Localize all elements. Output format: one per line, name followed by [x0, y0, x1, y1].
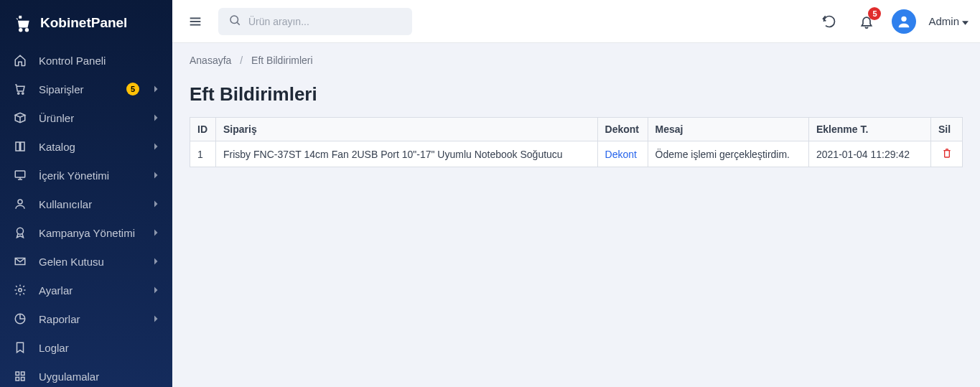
sidebar-item-gelen-kutusu[interactable]: Gelen Kutusu — [0, 247, 172, 276]
sidebar-item-label: Ayarlar — [39, 284, 142, 297]
svg-marker-6 — [154, 144, 158, 150]
sidebar-item-label: Kampanya Yönetimi — [39, 227, 142, 239]
svg-marker-30 — [962, 21, 969, 24]
cart-icon — [13, 82, 27, 96]
sidebar-badge: 5 — [126, 83, 139, 95]
th-sil: Sil — [931, 118, 963, 141]
chevron-right-icon — [154, 316, 159, 322]
svg-point-1 — [26, 29, 28, 31]
eft-table: ID Sipariş Dekont Mesaj Eklenme T. Sil 1… — [190, 117, 963, 167]
breadcrumb-sep: / — [240, 55, 243, 66]
dekont-link[interactable]: Dekont — [605, 149, 637, 160]
svg-marker-14 — [154, 230, 158, 236]
svg-point-2 — [18, 93, 19, 94]
svg-point-13 — [17, 228, 24, 234]
chevron-right-icon — [154, 230, 159, 236]
sidebar-item-raporlar[interactable]: Raporlar — [0, 304, 172, 333]
cell-mesaj: Ödeme işlemi gerçekleştirdim. — [648, 141, 808, 167]
th-dekont: Dekont — [597, 118, 648, 141]
topbar: 5 Admin — [172, 0, 980, 43]
page-title: Eft Bildirimleri — [190, 83, 963, 106]
sidebar-item-sipari-ler[interactable]: Siparişler5 — [0, 75, 172, 103]
cell-siparis: Frisby FNC-37ST 14cm Fan 2USB Port 10"-1… — [216, 141, 598, 167]
notifications-button[interactable]: 5 — [854, 9, 879, 34]
svg-rect-7 — [15, 171, 25, 177]
svg-marker-10 — [154, 172, 158, 179]
sidebar-item-kampanya-y-netimi[interactable]: Kampanya Yönetimi — [0, 218, 172, 247]
svg-marker-19 — [154, 316, 158, 322]
sidebar-item-uygulamalar[interactable]: Uygulamalar — [0, 362, 172, 387]
notifications-badge: 5 — [868, 7, 881, 20]
ribbon-icon — [13, 225, 27, 240]
sidebar-item-label: Katalog — [39, 141, 142, 153]
bookmark-icon — [13, 340, 27, 355]
sidebar-item-label: Gelen Kutusu — [39, 256, 142, 268]
chevron-right-icon — [154, 86, 159, 92]
sidebar-item-loglar[interactable]: Loglar — [0, 333, 172, 362]
svg-point-3 — [22, 93, 24, 94]
user-menu[interactable]: Admin — [928, 15, 969, 27]
chevron-right-icon — [154, 115, 159, 121]
chevron-right-icon — [154, 258, 159, 264]
svg-rect-21 — [22, 372, 25, 376]
monitor-icon — [13, 168, 27, 182]
sidebar-item-katalog[interactable]: Katalog — [0, 132, 172, 161]
svg-marker-4 — [154, 86, 158, 93]
caret-down-icon — [962, 15, 969, 27]
sidebar-item-kullan-c-lar[interactable]: Kullanıcılar — [0, 190, 172, 218]
cell-eklenme: 2021-01-04 11:29:42 — [809, 141, 931, 167]
th-eklenme: Eklenme T. — [809, 118, 931, 141]
sidebar-item-i-erik-y-netimi[interactable]: İçerik Yönetimi — [0, 161, 172, 190]
sidebar-item-label: İçerik Yönetimi — [39, 169, 142, 182]
svg-rect-20 — [16, 372, 19, 376]
sidebar-item-label: Kontrol Paneli — [39, 55, 159, 67]
sidebar-item-ayarlar[interactable]: Ayarlar — [0, 276, 172, 304]
gear-icon — [13, 283, 27, 297]
breadcrumb-current: Eft Bildirimleri — [251, 55, 313, 66]
th-mesaj: Mesaj — [648, 118, 808, 141]
svg-point-16 — [19, 289, 22, 292]
brand-name: KobinetPanel — [40, 15, 127, 31]
sidebar-item-label: Ürünler — [39, 112, 142, 124]
cell-dekont: Dekont — [597, 141, 648, 167]
sidebar-item-kontrol-paneli[interactable]: Kontrol Paneli — [0, 46, 172, 75]
users-icon — [13, 197, 27, 211]
content-area: Anasayfa / Eft Bildirimleri Eft Bildirim… — [172, 43, 980, 179]
sidebar-item-label: Kullanıcılar — [39, 198, 142, 210]
logo[interactable]: KobinetPanel — [0, 0, 172, 46]
svg-marker-15 — [154, 258, 158, 265]
sidebar-item-label: Loglar — [39, 342, 159, 354]
menu-toggle-button[interactable] — [184, 10, 207, 33]
chevron-right-icon — [154, 172, 159, 178]
breadcrumb-home[interactable]: Anasayfa — [190, 55, 231, 66]
svg-marker-17 — [154, 287, 158, 294]
sidebar-item-label: Raporlar — [39, 313, 142, 325]
svg-point-29 — [902, 16, 907, 21]
svg-marker-5 — [154, 115, 158, 121]
svg-point-0 — [19, 29, 22, 31]
search-box — [218, 8, 412, 35]
svg-point-11 — [18, 200, 22, 204]
refresh-button[interactable] — [816, 9, 842, 34]
box-icon — [13, 111, 27, 125]
user-name-label: Admin — [928, 15, 959, 27]
sidebar-nav: Kontrol PaneliSiparişler5ÜrünlerKatalogİ… — [0, 46, 172, 387]
chevron-right-icon — [154, 144, 159, 149]
breadcrumb: Anasayfa / Eft Bildirimleri — [190, 55, 963, 66]
svg-marker-12 — [154, 201, 158, 208]
book-icon — [13, 139, 27, 154]
user-avatar[interactable] — [891, 9, 917, 34]
inbox-icon — [13, 254, 27, 269]
sidebar-item--r-nler[interactable]: Ürünler — [0, 103, 172, 132]
home-icon — [13, 53, 27, 67]
chevron-right-icon — [154, 287, 159, 293]
chart-icon — [13, 312, 27, 326]
search-input[interactable] — [248, 16, 402, 27]
th-id: ID — [190, 118, 216, 141]
search-icon — [228, 14, 241, 29]
delete-button[interactable] — [931, 141, 963, 167]
chevron-right-icon — [154, 201, 159, 207]
apps-icon — [13, 369, 27, 383]
cart-logo-icon — [13, 13, 33, 33]
svg-rect-22 — [16, 378, 19, 381]
